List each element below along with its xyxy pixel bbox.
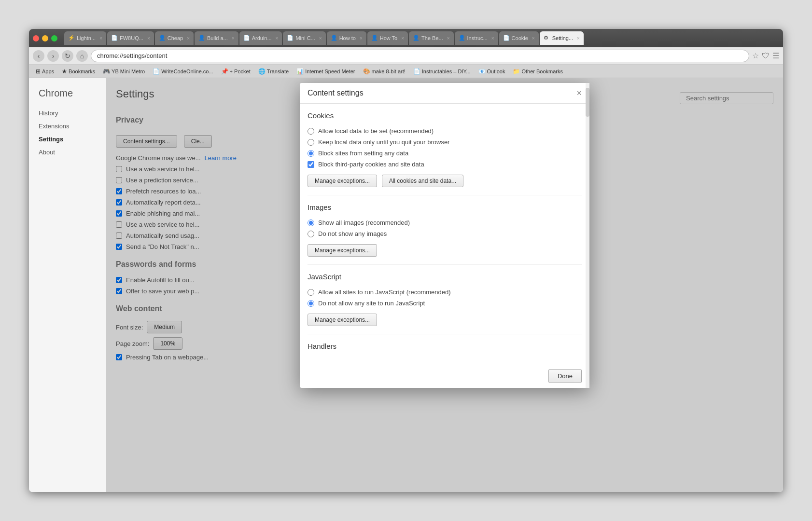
js-label-1: Do not allow any site to run JavaScript [318,300,425,307]
cookie-radio-2[interactable] [308,150,314,157]
tab-close-icon[interactable]: × [360,36,363,41]
bookmark-icon: 📧 [478,68,486,75]
tab-close-icon[interactable]: × [276,36,279,41]
menu-icon[interactable]: ☰ [772,51,779,60]
modal-titlebar: Content settings × [300,83,589,104]
tab-label: Cheap [168,35,183,41]
tab-close-icon[interactable]: × [99,36,102,41]
tab-label: Lightn... [77,35,96,41]
tab-close-icon[interactable]: × [147,36,150,41]
bookmark-item[interactable]: 📄WriteCodeOnline.co... [150,67,216,76]
bookmark-item[interactable]: 📊Internet Speed Meter [294,67,358,76]
tab-close-icon[interactable]: × [577,36,580,41]
bookmark-item[interactable]: 📄Instructables – DIY... [410,67,474,76]
browser-tab[interactable]: 📄Mini C...× [283,31,325,45]
bookmark-label: Instructables – DIY... [422,69,471,74]
tab-close-icon[interactable]: × [187,36,190,41]
sidebar: Chrome History Extensions Settings About [29,78,106,492]
browser-tab[interactable]: 📄Cookie× [499,31,539,45]
tab-label: The Be... [421,35,443,41]
bookmark-item[interactable]: ⊞Apps [33,67,57,76]
browser-tab[interactable]: 📄FW8UQ...× [107,31,154,45]
page-area: Settings Privacy Content settings... Cle… [106,78,783,492]
cookie-option-3: Block third-party cookies and site data [308,159,582,170]
sidebar-item-history[interactable]: History [29,107,106,120]
javascript-title: JavaScript [308,273,582,281]
all-cookies-button[interactable]: All cookies and site data... [382,175,463,187]
browser-tab[interactable]: 📄Arduin...× [239,31,282,45]
url-bar[interactable]: chrome://settings/content [91,50,749,62]
modal-close-button[interactable]: × [576,89,582,97]
browser-tab[interactable]: 👤The Be...× [409,31,453,45]
done-button[interactable]: Done [548,369,582,383]
image-radio-1[interactable] [308,231,314,237]
tab-favicon: 📄 [503,35,510,41]
minimize-traffic-light[interactable] [42,35,48,41]
modal-scrollbar[interactable] [586,83,589,388]
browser-tab[interactable]: 👤Instruc...× [455,31,498,45]
address-icons: ☆ 🛡 ☰ [752,51,779,60]
browser-tab[interactable]: 👤Cheap× [155,31,194,45]
tab-close-icon[interactable]: × [447,36,450,41]
bookmark-icon: 📊 [296,68,304,75]
tab-favicon: 👤 [198,35,205,41]
browser-tab[interactable]: 👤How To× [367,31,408,45]
star-icon[interactable]: ☆ [752,51,759,60]
bookmark-label: Internet Speed Meter [305,69,355,74]
sidebar-item-extensions[interactable]: Extensions [29,120,106,133]
cookie-checkbox-3[interactable] [308,161,314,168]
forward-button[interactable]: › [47,50,59,62]
back-button[interactable]: ‹ [33,50,44,62]
bookmark-label: YB Mini Metro [112,69,145,74]
bookmark-item[interactable]: 🎨make 8-bit art! [360,67,408,76]
image-radio-0[interactable] [308,219,314,226]
cookie-radio-1[interactable] [308,139,314,146]
bookmark-icon: 📁 [513,68,520,75]
shield-icon: 🛡 [762,52,770,60]
manage-js-exceptions-button[interactable]: Manage exceptions... [308,314,377,326]
browser-tab[interactable]: 👤Build a...× [195,31,238,45]
cookie-label-2: Block sites from setting any data [318,150,408,157]
manage-cookie-exceptions-button[interactable]: Manage exceptions... [308,175,377,187]
tab-close-icon[interactable]: × [532,36,535,41]
reload-button[interactable]: ↻ [62,50,73,62]
bookmark-item[interactable]: 📁Other Bookmarks [510,67,566,76]
bookmark-item[interactable]: ★Bookmarks [59,67,98,76]
close-traffic-light[interactable] [33,35,39,41]
browser-tab[interactable]: 👤How to× [327,31,366,45]
home-button[interactable]: ⌂ [76,50,88,62]
bookmark-item[interactable]: 🌐Translate [255,67,292,76]
cookie-label-1: Keep local data only until you quit your… [318,138,449,146]
tab-favicon: 📄 [243,35,250,41]
maximize-traffic-light[interactable] [51,35,57,41]
bookmark-label: Apps [42,69,54,74]
images-section: Images Show all images (recommended) Do … [308,195,582,265]
manage-image-exceptions-button[interactable]: Manage exceptions... [308,244,377,257]
bookmark-icon: ★ [62,68,67,75]
tab-close-icon[interactable]: × [232,36,235,41]
modal-footer: Done [300,364,589,388]
url-text: chrome://settings/content [97,52,167,59]
bookmark-icon: 🎮 [103,68,110,75]
tab-close-icon[interactable]: × [491,36,494,41]
js-radio-1[interactable] [308,300,314,307]
tab-close-icon[interactable]: × [319,36,322,41]
cookie-radio-0[interactable] [308,128,314,135]
bookmark-item[interactable]: 📌+ Pocket [218,67,253,76]
javascript-section: JavaScript Allow all sites to run JavaSc… [308,265,582,334]
bookmark-icon: 🎨 [363,68,370,75]
sidebar-item-settings[interactable]: Settings [29,133,106,146]
bookmark-item[interactable]: 🎮YB Mini Metro [100,67,148,76]
images-title: Images [308,203,582,211]
bookmark-icon: 🌐 [258,68,266,75]
cookies-title: Cookies [308,111,582,120]
tab-close-icon[interactable]: × [401,36,404,41]
sidebar-item-about[interactable]: About [29,146,106,159]
js-option-0: Allow all sites to run JavaScript (recom… [308,287,582,298]
browser-tab[interactable]: ⚡Lightn...× [64,31,106,45]
tab-label: Instruc... [467,35,488,41]
js-radio-0[interactable] [308,289,314,296]
browser-window: ⚡Lightn...×📄FW8UQ...×👤Cheap×👤Build a...×… [29,29,783,492]
browser-tab[interactable]: ⚙Setting...× [540,31,584,45]
bookmark-item[interactable]: 📧Outlook [476,67,508,76]
